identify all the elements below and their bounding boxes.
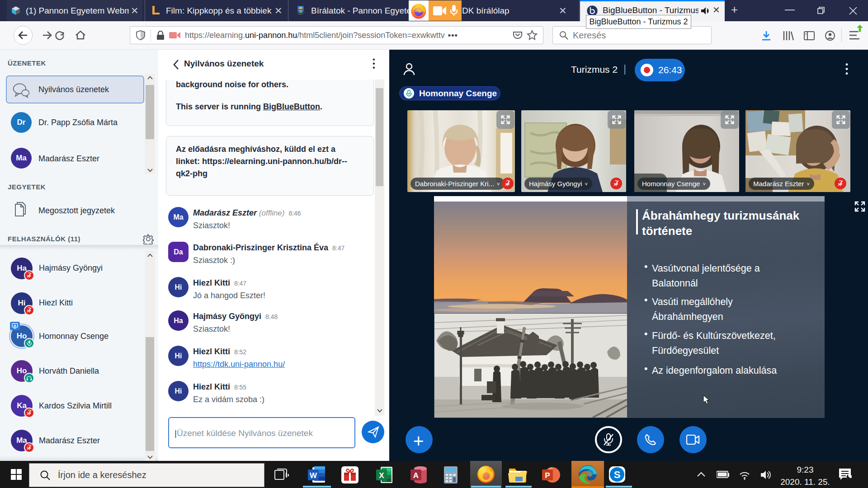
svg-text:P: P [545,471,550,480]
svg-text:X: X [379,471,384,480]
svg-text:W: W [310,471,317,480]
svg-text:A: A [413,471,419,480]
svg-text:S: S [614,469,621,480]
